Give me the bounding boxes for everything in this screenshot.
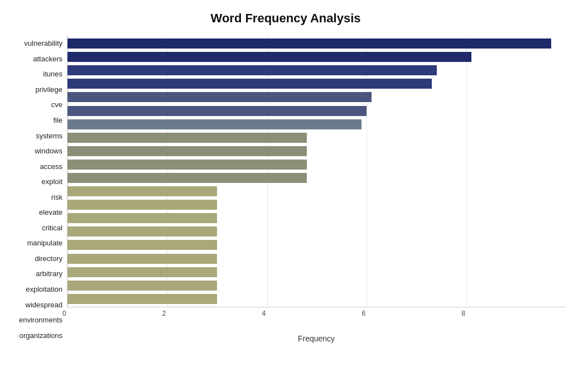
y-label: directory xyxy=(6,252,62,265)
bar-row xyxy=(68,145,566,157)
y-label: arbitrary xyxy=(6,267,62,281)
bar xyxy=(68,267,217,277)
bar xyxy=(68,186,217,196)
bar xyxy=(68,146,307,156)
bar-row xyxy=(68,172,566,184)
y-label: manipulate xyxy=(6,236,62,250)
bar xyxy=(68,173,307,183)
y-label: access xyxy=(6,160,62,173)
bar-row xyxy=(68,132,566,144)
bar xyxy=(68,65,437,75)
bar xyxy=(68,160,307,170)
x-axis-label: Frequency xyxy=(67,334,566,343)
bar-row xyxy=(68,253,566,265)
bar xyxy=(68,254,217,264)
bar xyxy=(68,213,217,223)
y-label: exploitation xyxy=(6,283,62,296)
bar-row xyxy=(68,185,566,197)
bar xyxy=(68,240,217,250)
bar-row xyxy=(68,78,566,90)
bar xyxy=(68,133,307,143)
y-label: attackers xyxy=(6,52,62,65)
y-label: systems xyxy=(6,129,62,142)
x-tick: 8 xyxy=(461,310,465,317)
bar-row xyxy=(68,199,566,211)
bar-row xyxy=(68,239,566,251)
bar-row xyxy=(68,212,566,224)
bar-row xyxy=(68,225,566,238)
y-label: critical xyxy=(6,221,62,234)
bar-row xyxy=(68,91,566,103)
x-tick: 2 xyxy=(162,310,166,317)
y-label: organizations xyxy=(6,329,62,342)
bar xyxy=(68,294,217,304)
x-tick: 6 xyxy=(362,310,365,317)
chart-title: Word Frequency Analysis xyxy=(6,11,566,26)
bar xyxy=(68,119,362,129)
bar-row xyxy=(68,158,566,171)
bar xyxy=(68,52,471,62)
y-label: elevate xyxy=(6,206,62,219)
y-label: cve xyxy=(6,98,62,112)
bar-row xyxy=(68,118,566,131)
bar xyxy=(68,79,432,89)
y-label: privilege xyxy=(6,83,62,96)
chart-container: Word Frequency Analysis vulnerabilityatt… xyxy=(0,0,588,391)
y-label: risk xyxy=(6,190,62,204)
y-label: widespread xyxy=(6,298,62,311)
bar-row xyxy=(68,293,566,305)
bar xyxy=(68,226,217,236)
bar xyxy=(68,281,217,291)
bar xyxy=(68,200,217,210)
bar-row xyxy=(68,279,566,292)
bar-row xyxy=(68,105,566,117)
y-label: file xyxy=(6,114,62,127)
y-label: vulnerability xyxy=(6,37,62,50)
x-tick: 4 xyxy=(262,310,266,317)
y-label: windows xyxy=(6,144,62,158)
bars-area xyxy=(67,36,566,307)
bar xyxy=(68,92,372,102)
y-label: itunes xyxy=(6,67,62,81)
bars-and-xaxis: 02468 Frequency xyxy=(67,36,566,343)
bar xyxy=(68,106,367,116)
bar-row xyxy=(68,37,566,50)
chart-area: vulnerabilityattackersitunesprivilegecve… xyxy=(6,36,566,343)
bar-row xyxy=(68,266,566,278)
y-label: exploit xyxy=(6,175,62,189)
x-tick: 0 xyxy=(62,310,66,317)
bar-row xyxy=(68,51,566,63)
y-axis: vulnerabilityattackersitunesprivilegecve… xyxy=(6,36,67,343)
bar-row xyxy=(68,64,566,76)
y-label: environments xyxy=(6,313,62,327)
bar xyxy=(68,38,551,49)
